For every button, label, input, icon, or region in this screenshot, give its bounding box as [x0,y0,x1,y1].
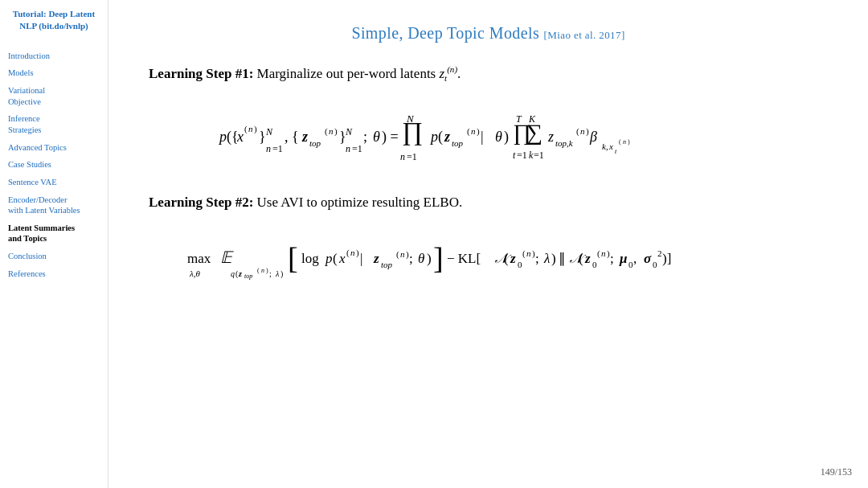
sidebar-item-sentence-vae[interactable]: Sentence VAE [6,174,101,191]
svg-text:=1: =1 [407,151,417,162]
svg-text:n: n [346,143,350,154]
svg-text:λ: λ [275,269,280,278]
svg-text:k,: k, [602,141,608,151]
svg-text:(: ( [346,248,350,258]
svg-text:]: ] [433,241,444,275]
equation-1: p ({ x ( n ) } N n =1 , { z top ( n ) } … [149,100,828,176]
svg-text:z: z [584,251,591,266]
svg-text:n: n [350,248,355,257]
svg-text:;: ; [269,269,272,278]
svg-text:n: n [400,151,405,162]
slide-title-text: Simple, Deep Topic Models [351,24,539,42]
svg-text:): ) [551,251,556,266]
svg-text:0: 0 [592,260,597,269]
svg-text:(: ( [522,248,526,259]
svg-text:𝒩: 𝒩 [569,251,587,266]
svg-text:n: n [580,126,585,136]
svg-text:𝔼: 𝔼 [220,248,234,266]
svg-text:top: top [381,260,393,269]
svg-text:N: N [345,126,353,137]
sidebar-item-inference[interactable]: InferenceStrategies [6,110,101,138]
svg-text:n: n [266,143,271,154]
svg-text:z: z [444,129,450,145]
sidebar-title: Tutorial: Deep Latent NLP (bit.do/lvnlp) [6,8,101,33]
svg-text:, {: , { [285,129,299,145]
svg-text:[: [ [288,241,298,275]
svg-text:|: | [481,129,484,145]
svg-text:log: log [301,251,319,266]
svg-text:(: ( [619,138,621,146]
svg-text:n: n [601,248,606,258]
svg-text:): ) [427,251,432,266]
svg-text:2: 2 [657,248,662,258]
svg-text:n: n [248,124,253,133]
svg-text:θ: θ [373,129,380,145]
svg-text:(: ( [576,126,579,137]
svg-text:): ) [254,124,257,134]
svg-text:;: ; [363,129,367,145]
svg-text:p: p [325,251,333,266]
step1-heading: Learning Step #1: Marginalize out per-wo… [149,63,828,85]
svg-text:): ) [477,126,480,137]
sidebar-item-encoder-decoder[interactable]: Encoder/Decoderwith Latent Variables [6,191,101,219]
svg-text:n: n [526,248,531,258]
sidebar-item-introduction[interactable]: Introduction [6,47,101,65]
svg-text:p: p [218,129,227,145]
svg-text:=1: =1 [272,143,283,154]
svg-text:0: 0 [518,260,522,269]
sidebar-item-variational[interactable]: VariationalObjective [6,82,101,110]
svg-text:z: z [373,251,379,266]
svg-text:(: ( [579,251,583,266]
svg-text:n: n [471,126,476,136]
svg-text:,: , [633,251,637,266]
svg-text:N: N [265,126,273,137]
svg-text:|: | [360,251,362,266]
page-number: 149/153 [821,466,852,478]
svg-text:x: x [608,141,613,151]
svg-text:top: top [309,138,321,148]
svg-text:;: ; [409,251,413,266]
svg-text:∑: ∑ [526,120,542,145]
svg-text:(: ( [244,124,248,134]
svg-text:=1: =1 [352,143,362,154]
svg-text:(: ( [325,126,328,137]
svg-text:): ) [280,269,283,279]
sidebar-item-advanced[interactable]: Advanced Topics [6,139,101,157]
svg-text:n: n [329,126,334,136]
equation-2: max λ,θ 𝔼 q ( z top ( n ) ; λ ) [ log p … [149,227,828,295]
slide-title: Simple, Deep Topic Models [Miao et al. 2… [149,24,828,43]
svg-text:): ) [504,129,509,146]
svg-text:top: top [452,138,464,148]
svg-text:n: n [261,267,264,274]
svg-text:θ: θ [495,129,502,145]
svg-text:(: ( [396,249,399,260]
sidebar-item-references[interactable]: References [6,265,101,283]
svg-text:=1: =1 [534,150,544,161]
svg-text:θ: θ [418,251,424,266]
svg-text:x: x [236,129,244,145]
svg-text:;: ; [610,251,614,266]
svg-text:(: ( [438,129,443,146]
svg-text:λ: λ [543,251,550,266]
sidebar: Tutorial: Deep Latent NLP (bit.do/lvnlp)… [0,0,108,488]
svg-text:) =: ) = [382,129,399,146]
main-content: Simple, Deep Topic Models [Miao et al. 2… [108,0,868,488]
svg-text:q: q [231,269,235,278]
sidebar-item-models[interactable]: Models [6,64,101,82]
step2-heading: Learning Step #2: Use AVI to optimize re… [149,192,828,213]
svg-text:t: t [615,148,617,155]
svg-text:(: ( [504,251,509,266]
svg-text:𝒩: 𝒩 [494,251,512,266]
sidebar-item-conclusion[interactable]: Conclusion [6,248,101,265]
svg-text:z: z [238,269,242,278]
svg-text:λ,θ: λ,θ [189,269,201,278]
sidebar-item-case-studies[interactable]: Case Studies [6,156,101,174]
step1-label: Learning Step #1: [149,66,253,81]
sidebar-item-latent-summaries[interactable]: Latent Summariesand Topics [6,219,101,248]
step1-math-inline: zt(n) [439,66,457,81]
svg-text:=1: =1 [517,150,527,161]
svg-text:z: z [301,129,308,145]
svg-text:): ) [334,126,338,137]
svg-text:β: β [589,129,597,145]
svg-text:;: ; [535,251,539,266]
